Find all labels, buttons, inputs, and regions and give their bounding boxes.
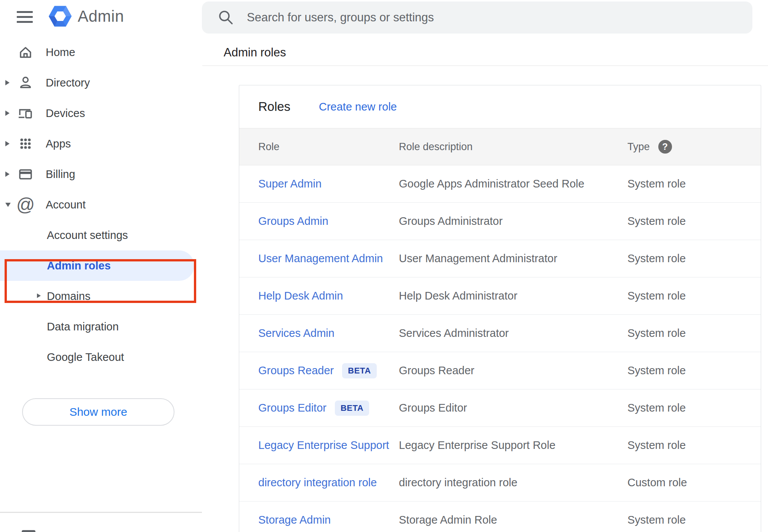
sidebar-item-domains[interactable]: Domains <box>0 281 202 311</box>
sidebar-item-label: Home <box>46 46 75 59</box>
person-icon <box>17 74 34 91</box>
sidebar-item-billing[interactable]: Billing <box>0 159 202 189</box>
role-link[interactable]: directory integration role <box>258 476 377 489</box>
divider <box>202 66 768 66</box>
help-icon[interactable]: ? <box>658 140 672 154</box>
sidebar-item-google-takeout[interactable]: Google Takeout <box>0 342 202 372</box>
sidebar-item-label: Billing <box>46 168 75 181</box>
devices-icon <box>17 105 34 122</box>
role-description: Storage Admin Role <box>399 502 497 532</box>
role-link[interactable]: Legacy Enterprise Support <box>258 439 389 452</box>
role-description: Google Apps Administrator Seed Role <box>399 165 584 202</box>
role-link[interactable]: Groups Admin <box>258 215 328 228</box>
expand-arrow-icon <box>5 141 10 146</box>
role-type: System role <box>627 240 686 277</box>
sidebar-item-apps[interactable]: Apps <box>0 128 202 159</box>
sidebar-divider <box>0 512 202 513</box>
sidebar-item-home[interactable]: Home <box>0 37 202 67</box>
show-more-button[interactable]: Show more <box>22 398 174 426</box>
table-row: Super Admin Google Apps Administrator Se… <box>239 165 761 203</box>
column-header-description: Role description <box>399 128 473 165</box>
sidebar-item-devices[interactable]: Devices <box>0 98 202 128</box>
role-type: System role <box>627 352 686 389</box>
role-link[interactable]: Super Admin <box>258 178 322 190</box>
role-description: User Management Administrator <box>399 240 557 277</box>
main-content: Admin roles Roles Create new role Role R… <box>202 0 768 532</box>
create-new-role-link[interactable]: Create new role <box>319 101 397 113</box>
column-header-type: Type ? <box>627 128 672 165</box>
apps-grid-icon <box>17 135 34 152</box>
table-row: Services Admin Services Administrator Sy… <box>239 315 761 352</box>
role-description: Groups Editor <box>399 389 467 426</box>
role-link[interactable]: Groups Editor <box>258 402 326 414</box>
app-brand: Admin <box>49 5 124 27</box>
role-description: Services Administrator <box>399 315 509 352</box>
role-type: Custom role <box>627 464 687 501</box>
partial-cutoff-icon <box>22 530 35 532</box>
expand-arrow-icon <box>5 80 10 85</box>
sidebar-item-label: Account <box>46 199 86 211</box>
table-header-row: Role Role description Type ? <box>239 128 761 165</box>
app-title: Admin <box>78 7 124 26</box>
role-link[interactable]: User Management Admin <box>258 252 383 265</box>
table-row: Groups Editor BETA Groups Editor System … <box>239 389 761 427</box>
sidebar-item-account[interactable]: @ Account <box>0 189 202 220</box>
role-link[interactable]: Help Desk Admin <box>258 290 343 302</box>
role-link[interactable]: Groups Reader <box>258 364 334 377</box>
admin-logo-icon <box>49 5 72 27</box>
role-description: Groups Reader <box>399 352 474 389</box>
role-description: Groups Administrator <box>399 203 502 240</box>
sidebar-item-label: Devices <box>46 107 85 120</box>
role-link[interactable]: Storage Admin <box>258 514 331 526</box>
sidebar-item-label: Account settings <box>47 229 128 242</box>
home-icon <box>17 44 34 61</box>
breadcrumb: Admin roles <box>224 46 286 59</box>
table-row: Groups Reader BETA Groups Reader System … <box>239 352 761 389</box>
role-type: System role <box>627 502 686 532</box>
role-type: System role <box>627 165 686 202</box>
sidebar-item-label: Apps <box>46 138 71 150</box>
sidebar-item-directory[interactable]: Directory <box>0 67 202 98</box>
expand-arrow-icon <box>5 111 10 116</box>
table-row: Storage Admin Storage Admin Role System … <box>239 502 761 532</box>
expand-arrow-icon <box>5 171 10 177</box>
sidebar-item-label: Domains <box>47 290 90 303</box>
table-row: Help Desk Admin Help Desk Administrator … <box>239 277 761 315</box>
sidebar-item-data-migration[interactable]: Data migration <box>0 311 202 342</box>
role-description: Legacy Enterprise Support Role <box>399 427 555 464</box>
sidebar-item-label: Google Takeout <box>47 351 124 364</box>
credit-card-icon <box>17 166 34 183</box>
at-sign-icon: @ <box>17 195 34 214</box>
sidebar-item-label: Admin roles <box>47 260 111 272</box>
expand-arrow-icon <box>37 293 41 298</box>
role-type: System role <box>627 427 686 464</box>
sidebar-item-admin-roles[interactable]: Admin roles <box>0 250 194 281</box>
role-description: Help Desk Administrator <box>399 277 517 314</box>
role-type: System role <box>627 389 686 426</box>
collapse-arrow-icon <box>5 203 11 207</box>
table-row: directory integration role directory int… <box>239 464 761 502</box>
column-header-role: Role <box>258 128 280 165</box>
menu-icon[interactable] <box>17 11 33 23</box>
sidebar: Home Directory Devices Apps <box>0 37 202 372</box>
table-row: Groups Admin Groups Administrator System… <box>239 203 761 240</box>
beta-badge: BETA <box>342 363 376 378</box>
role-type: System role <box>627 277 686 314</box>
sidebar-item-label: Data migration <box>47 320 119 333</box>
role-type: System role <box>627 315 686 352</box>
roles-card: Roles Create new role Role Role descript… <box>239 85 761 532</box>
beta-badge: BETA <box>335 401 369 416</box>
table-row: Legacy Enterprise Support Legacy Enterpr… <box>239 427 761 464</box>
sidebar-item-label: Directory <box>46 77 90 89</box>
role-link[interactable]: Services Admin <box>258 327 334 340</box>
card-header: Roles Create new role <box>239 85 761 128</box>
sidebar-item-account-settings[interactable]: Account settings <box>0 220 202 250</box>
role-description: directory integration role <box>399 464 517 501</box>
table-row: User Management Admin User Management Ad… <box>239 240 761 277</box>
section-title: Roles <box>258 99 290 114</box>
role-type: System role <box>627 203 686 240</box>
